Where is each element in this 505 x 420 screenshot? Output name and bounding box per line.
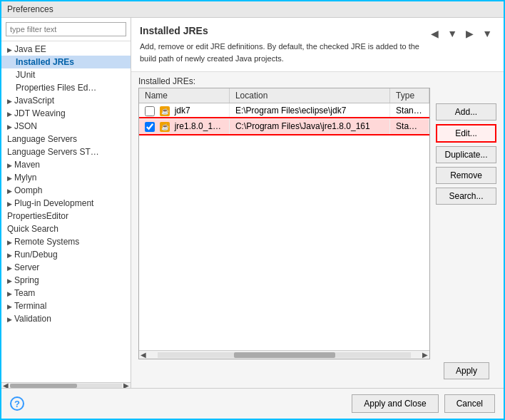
expand-arrow: ▶ <box>7 265 12 272</box>
main-panel: Installed JREs Add, remove or edit JRE d… <box>131 18 504 388</box>
nav-menu-button[interactable]: ▼ <box>479 26 495 41</box>
nav-dropdown-button[interactable]: ▼ <box>444 26 460 41</box>
search-button[interactable]: Search... <box>436 188 496 205</box>
sidebar-item-language-servers-sts[interactable]: Language Servers ST… <box>1 145 131 158</box>
expand-arrow: ▶ <box>7 303 12 310</box>
row-location-cell: E:\Program Files\eclipse\jdk7 <box>229 103 389 119</box>
scroll-left-icon[interactable]: ◀ <box>139 351 148 359</box>
edit-button[interactable]: Edit... <box>436 124 496 143</box>
jre-icon: ☕ <box>160 122 170 132</box>
expand-arrow: ▶ <box>7 175 12 182</box>
row-name-cell: ☕ jre1.8.0_1… <box>139 118 229 134</box>
remove-button[interactable]: Remove <box>436 167 496 184</box>
table-area: Name Location Type ☕ <box>131 88 504 359</box>
sidebar-item-language-servers[interactable]: Language Servers <box>1 133 131 145</box>
sidebar-item-junit[interactable]: JUnit <box>1 68 131 81</box>
expand-arrow: ▶ <box>7 252 12 259</box>
sidebar-item-spring[interactable]: ▶Spring <box>1 274 131 287</box>
sidebar-item-maven[interactable]: ▶Maven <box>1 158 131 171</box>
sidebar-item-label: Properties Files Ed… <box>16 83 96 93</box>
expand-arrow: ▶ <box>7 316 12 323</box>
sidebar-item-javascript[interactable]: ▶JavaScript <box>1 94 131 107</box>
col-name-header: Name <box>139 88 229 103</box>
row-checkbox[interactable] <box>145 122 155 132</box>
sidebar-item-label: Language Servers <box>7 134 77 144</box>
nav-back-button[interactable]: ◀ <box>428 26 442 41</box>
expand-arrow: ▶ <box>7 111 12 118</box>
action-buttons: Add... Edit... Duplicate... Remove Searc… <box>436 88 496 359</box>
row-location-cell: C:\Program Files\Java\jre1.8.0_161 <box>229 118 389 134</box>
add-button[interactable]: Add... <box>436 103 496 121</box>
sidebar-item-label: Quick Search <box>7 224 58 234</box>
sidebar-item-oomph[interactable]: ▶Oomph <box>1 184 131 197</box>
sidebar-item-mylyn[interactable]: ▶Mylyn <box>1 171 131 184</box>
scroll-right-icon[interactable]: ▶ <box>421 351 429 359</box>
panel-header: Installed JREs Add, remove or edit JRE d… <box>131 18 504 72</box>
expand-arrow: ▶ <box>7 98 12 105</box>
sidebar-search-input[interactable] <box>6 22 126 36</box>
duplicate-button[interactable]: Duplicate... <box>436 146 496 163</box>
titlebar: Preferences <box>1 1 504 18</box>
expand-arrow: ▶ <box>7 200 12 208</box>
table-horizontal-scrollbar[interactable]: ◀ ▶ <box>139 350 429 359</box>
row-type-cell: Stan… <box>390 103 429 119</box>
sidebar-item-properties-files[interactable]: Properties Files Ed… <box>1 81 131 94</box>
sidebar-item-terminal[interactable]: ▶Terminal <box>1 299 131 312</box>
expand-arrow: ▶ <box>7 162 12 169</box>
scroll-right-icon[interactable]: ▶ <box>123 381 129 388</box>
sidebar-item-server[interactable]: ▶Server <box>1 261 131 274</box>
table-row[interactable]: ☕ jdk7 E:\Program Files\eclipse\jdk7 Sta… <box>139 103 429 119</box>
expand-arrow: ▶ <box>7 290 12 297</box>
scrollbar-thumb[interactable] <box>234 352 335 358</box>
row-type-cell: Sta… <box>390 118 429 134</box>
sidebar-search-area <box>1 18 131 41</box>
sidebar-item-run-debug[interactable]: ▶Run/Debug <box>1 248 131 261</box>
sidebar-item-json[interactable]: ▶JSON <box>1 120 131 133</box>
expand-arrow: ▶ <box>7 239 12 246</box>
sidebar-tree: ▶Java EE Installed JREs JUnit Properties… <box>1 41 131 382</box>
sidebar-item-team[interactable]: ▶Team <box>1 287 131 299</box>
jre-name: jdk7 <box>175 106 190 116</box>
sidebar-item-plugin-dev[interactable]: ▶Plug-in Development <box>1 197 131 210</box>
panel-body: Installed JREs: Name Location Type <box>131 72 504 388</box>
sidebar-item-label: Language Servers ST… <box>7 147 99 157</box>
sidebar-item-label: JUnit <box>16 70 35 80</box>
sidebar-item-jdt-weaving[interactable]: ▶JDT Weaving <box>1 107 131 120</box>
window-title: Preferences <box>7 4 53 14</box>
sidebar-horizontal-scrollbar[interactable]: ◀ ▶ <box>1 382 131 388</box>
expand-arrow: ▶ <box>7 188 12 195</box>
nav-forward-button[interactable]: ▶ <box>463 26 476 41</box>
sidebar-item-validation[interactable]: ▶Validation <box>1 312 131 325</box>
content-area: ▶Java EE Installed JREs JUnit Properties… <box>1 18 504 388</box>
scroll-left-icon[interactable]: ◀ <box>3 381 9 388</box>
panel-title: Installed JREs <box>140 25 428 36</box>
table-row[interactable]: ☕ jre1.8.0_1… C:\Program Files\Java\jre1… <box>139 118 429 134</box>
row-name-cell: ☕ jdk7 <box>139 103 229 119</box>
cancel-button[interactable]: Cancel <box>444 394 495 413</box>
sidebar-item-quick-search[interactable]: Quick Search <box>1 222 131 235</box>
jre-icon: ☕ <box>160 106 170 116</box>
sidebar-item-label: Installed JREs <box>16 57 74 67</box>
apply-button[interactable]: Apply <box>444 362 489 379</box>
sidebar-item-java-ee[interactable]: ▶Java EE <box>1 43 131 56</box>
preferences-window: Preferences ▶Java EE Installed JREs JUni… <box>0 0 505 420</box>
apply-row: Apply <box>131 359 504 388</box>
footer-left: ? <box>10 396 24 411</box>
footer-right: Apply and Close Cancel <box>352 394 495 413</box>
sidebar-item-label: PropertiesEditor <box>7 211 68 221</box>
footer: ? Apply and Close Cancel <box>1 388 504 419</box>
sidebar-item-remote-systems[interactable]: ▶Remote Systems <box>1 235 131 248</box>
jre-table: Name Location Type ☕ <box>139 88 429 135</box>
scrollbar-track <box>158 352 411 358</box>
help-icon[interactable]: ? <box>10 396 24 411</box>
sidebar-item-installed-jres[interactable]: Installed JREs <box>1 56 131 68</box>
expand-arrow: ▶ <box>7 277 12 285</box>
row-checkbox[interactable] <box>145 106 155 116</box>
expand-arrow: ▶ <box>7 46 12 53</box>
sidebar: ▶Java EE Installed JREs JUnit Properties… <box>1 18 131 388</box>
installed-jres-label: Installed JREs: <box>131 72 504 88</box>
sidebar-item-props-editor[interactable]: PropertiesEditor <box>1 210 131 222</box>
col-location-header: Location <box>229 88 389 103</box>
apply-close-button[interactable]: Apply and Close <box>352 394 438 413</box>
col-type-header: Type <box>390 88 429 103</box>
